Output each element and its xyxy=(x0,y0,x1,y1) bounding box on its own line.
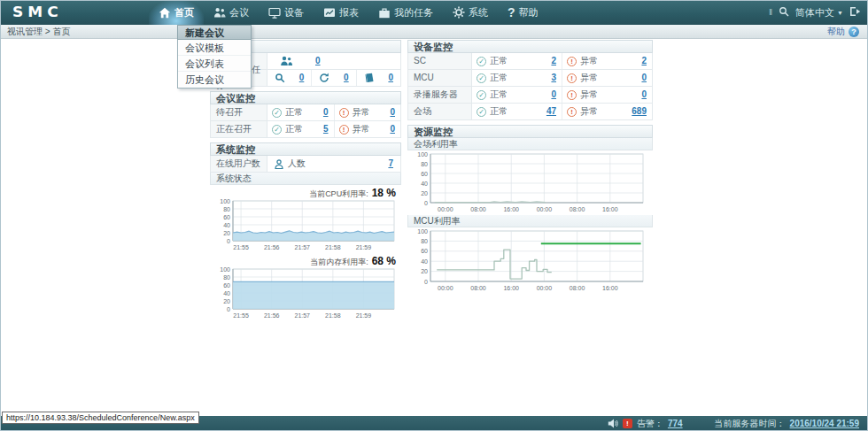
svg-text:20: 20 xyxy=(223,230,230,236)
svg-text:21:59: 21:59 xyxy=(356,244,372,250)
pending-refresh-group: 0 xyxy=(311,70,355,86)
normal-status-cell: ✓ 正常 2 xyxy=(472,53,562,69)
svg-text:20: 20 xyxy=(421,190,428,196)
alarm-count-link[interactable]: 774 xyxy=(668,419,683,428)
url-tooltip: https://10.184.93.38/ScheduledConference… xyxy=(2,412,199,424)
svg-text:00:00: 00:00 xyxy=(438,285,453,291)
svg-text:0: 0 xyxy=(227,306,230,312)
language-selector[interactable]: 简体中文 ▼ xyxy=(795,6,843,19)
meeting-row-ongoing: 正在召开 ✓ 正常 5 ! 异常 0 xyxy=(210,121,401,138)
main-nav: 首页 会议 设备 报表 我的任务 系统 ? xyxy=(149,0,548,25)
abnormal-count-link[interactable]: 0 xyxy=(390,121,395,137)
svg-text:80: 80 xyxy=(421,161,428,167)
device-row-mcu: MCU ✓ 正常 3 ! 异常 0 xyxy=(407,70,653,87)
menu-item-meeting-list[interactable]: 会议列表 xyxy=(178,56,251,72)
nav-home[interactable]: 首页 xyxy=(149,0,204,25)
svg-text:21:58: 21:58 xyxy=(325,312,341,319)
smc-homepage: SMC 首页 会议 设备 报表 我的任务 xyxy=(0,0,868,431)
resource-monitor-title: 资源监控 xyxy=(407,125,653,138)
report-chart-icon xyxy=(323,7,336,19)
svg-text:00:00: 00:00 xyxy=(438,206,453,212)
nav-device[interactable]: 设备 xyxy=(259,0,314,25)
notebook-icon xyxy=(364,73,375,83)
alert-circle-icon: ! xyxy=(339,108,349,118)
svg-text:16:00: 16:00 xyxy=(602,206,618,212)
pending-record-group: 0 xyxy=(356,70,400,86)
speaker-icon[interactable] xyxy=(608,419,618,428)
svg-text:60: 60 xyxy=(421,171,428,177)
main-content: 任务 待审批 0 未处理的任务 0 0 xyxy=(0,39,868,416)
svg-text:00:00: 00:00 xyxy=(537,206,553,212)
svg-text:100: 100 xyxy=(417,228,428,235)
svg-text:80: 80 xyxy=(421,238,428,244)
logout-icon[interactable] xyxy=(849,6,861,19)
alarm-icon: ! xyxy=(623,419,632,428)
normal-count-link[interactable]: 2 xyxy=(551,53,556,69)
normal-count-link[interactable]: 0 xyxy=(551,87,556,103)
svg-text:08:00: 08:00 xyxy=(470,206,486,212)
abnormal-count-link[interactable]: 0 xyxy=(641,70,647,86)
svg-text:21:57: 21:57 xyxy=(294,312,310,319)
collapse-handle-icon[interactable]: ‖ xyxy=(769,8,772,17)
pending-count-link[interactable]: 0 xyxy=(344,70,349,86)
server-time-link[interactable]: 2016/10/24 21:59 xyxy=(790,419,859,428)
help-icon: ? xyxy=(849,27,859,37)
svg-text:21:55: 21:55 xyxy=(233,312,249,319)
smc-logo: SMC xyxy=(12,4,63,20)
gear-icon xyxy=(453,6,465,19)
nav-system[interactable]: 系统 xyxy=(443,0,498,25)
meeting-monitor-panel: 会议监控 待召开 ✓ 正常 0 ! 异常 0 正在召开 xyxy=(210,91,401,138)
svg-text:20: 20 xyxy=(421,268,428,274)
abnormal-count-link[interactable]: 689 xyxy=(632,104,647,119)
svg-text:60: 60 xyxy=(223,214,230,220)
normal-count-link[interactable]: 47 xyxy=(546,104,556,119)
abnormal-status-cell: ! 异常 689 xyxy=(562,104,652,119)
normal-count-link[interactable]: 0 xyxy=(323,104,329,120)
normal-count-link[interactable]: 5 xyxy=(323,121,329,137)
nav-my-tasks[interactable]: 我的任务 xyxy=(368,0,443,25)
cpu-usage-chart: 02040608010021:5521:5621:5721:5821:59 xyxy=(212,198,399,251)
svg-text:40: 40 xyxy=(223,290,230,296)
memory-usage-caption: 当前内存利用率: 68 % xyxy=(210,253,401,266)
menu-item-new-meeting[interactable]: 新建会议 xyxy=(177,25,252,40)
meeting-dropdown-menu: 新建会议 会议模板 会议列表 历史会议 xyxy=(177,25,252,89)
help-link[interactable]: 帮助 ? xyxy=(827,26,859,38)
search-icon[interactable] xyxy=(779,6,789,19)
svg-text:21:59: 21:59 xyxy=(356,312,372,319)
normal-status-cell: ✓ 正常 3 xyxy=(472,70,562,86)
cpu-usage-caption: 当前CPU利用率: 18 % xyxy=(210,185,401,197)
site-usage-chart: 02040608010000:0008:0016:0000:0008:0016:… xyxy=(409,151,648,213)
resource-monitor-panel: 资源监控 会场利用率 02040608010000:0008:0016:0000… xyxy=(407,125,653,292)
alarm-label: 告警： xyxy=(637,418,663,430)
right-column: 设备监控 SC ✓ 正常 2 ! 异常 2 MCU xyxy=(407,40,653,296)
pending-count-link[interactable]: 0 xyxy=(299,70,305,86)
svg-text:08:00: 08:00 xyxy=(570,206,585,212)
mcu-usage-chart: 02040608010000:0008:0016:0000:0008:0016:… xyxy=(409,228,648,292)
online-users-count-link[interactable]: 7 xyxy=(388,156,393,172)
abnormal-count-link[interactable]: 0 xyxy=(641,87,647,103)
menu-item-meeting-history[interactable]: 历史会议 xyxy=(178,72,251,88)
check-circle-icon: ✓ xyxy=(477,90,486,100)
approval-count-link[interactable]: 0 xyxy=(315,53,321,69)
svg-text:60: 60 xyxy=(421,248,428,254)
normal-count-link[interactable]: 3 xyxy=(551,70,556,86)
abnormal-count-link[interactable]: 2 xyxy=(641,53,647,69)
nav-help[interactable]: ? 帮助 xyxy=(498,0,548,25)
svg-text:16:00: 16:00 xyxy=(602,285,618,291)
alert-circle-icon: ! xyxy=(339,125,349,135)
check-circle-icon: ✓ xyxy=(272,108,282,118)
device-row-sites: 会场 ✓ 正常 47 ! 异常 689 xyxy=(407,104,653,120)
nav-report[interactable]: 报表 xyxy=(314,0,368,25)
svg-text:08:00: 08:00 xyxy=(570,285,585,291)
menu-item-meeting-template[interactable]: 会议模板 xyxy=(178,40,251,56)
abnormal-count-link[interactable]: 0 xyxy=(390,104,395,120)
svg-text:0: 0 xyxy=(424,200,428,206)
question-icon: ? xyxy=(508,5,515,19)
server-time-label: 当前服务器时间： xyxy=(715,418,786,430)
svg-text:100: 100 xyxy=(220,198,230,204)
pending-count-link[interactable]: 0 xyxy=(388,70,393,86)
nav-meeting[interactable]: 会议 xyxy=(204,0,259,25)
svg-text:21:55: 21:55 xyxy=(233,244,249,250)
svg-text:40: 40 xyxy=(223,222,230,228)
svg-text:00:00: 00:00 xyxy=(537,285,553,291)
